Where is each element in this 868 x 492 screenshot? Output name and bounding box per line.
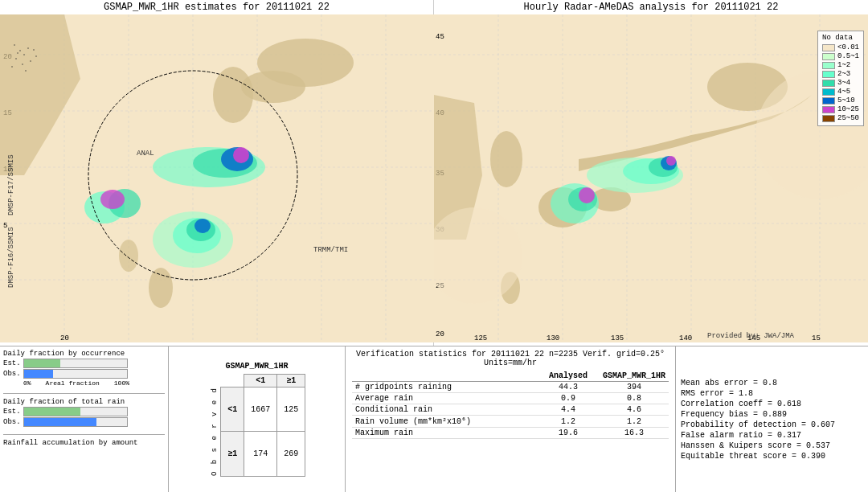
occurrence-bar-section: Daily fraction by occurrence Est. Obs. 0… (3, 350, 165, 387)
svg-point-37 (22, 64, 23, 65)
legend-title: No data (822, 34, 859, 42)
obs-bar-1 (23, 369, 128, 379)
metric-3: Conditional rain (352, 404, 537, 416)
row-header-1: <1 (221, 387, 244, 432)
analysed-1: 44.3 (537, 382, 600, 393)
legend-box: No data <0.01 0.5~1 1~2 2~3 3~4 4~5 5~10… (817, 31, 864, 126)
left-map-panel: GSMAP_MWR_1HR estimates for 20111021 22 (0, 0, 434, 346)
svg-point-28 (233, 147, 249, 163)
svg-point-32 (194, 219, 211, 233)
contingency-table: <1 ≥1 O b s e r v e d <1 1667 125 ≥1 174… (208, 374, 306, 477)
occurrence-title: Daily fraction by occurrence (3, 350, 165, 358)
freq-bias: Frequency bias = 0.889 (681, 410, 863, 419)
verif-table: Analysed GSMAP_MWR_1HR # gridpoints rain… (352, 371, 669, 439)
obs-side-label: O b s e r v e d (208, 387, 221, 476)
header-analysed: Analysed (537, 371, 600, 382)
est-label-2: Est. (3, 408, 23, 416)
cell-11: 1667 (244, 387, 277, 432)
contingency-title: GSMAP_MWR_1HR (225, 362, 288, 371)
row-header-2: ≥1 (221, 432, 244, 477)
left-map-svg: 20 15 10 5 20 (0, 14, 434, 342)
header-metric (352, 371, 537, 382)
verif-row-2: Average rain 0.9 0.8 (352, 393, 669, 404)
obs-label-2: Obs. (3, 418, 23, 426)
svg-text:20: 20 (436, 330, 444, 338)
right-stats-panel: Mean abs error = 0.8 RMS error = 1.8 Cor… (675, 346, 868, 492)
left-map-title: GSMAP_MWR_1HR estimates for 20111021 22 (0, 0, 433, 14)
svg-text:140: 140 (679, 334, 692, 342)
cell-22: 269 (277, 432, 305, 477)
gsmap-5: 16.3 (600, 428, 669, 439)
svg-text:TRMM/TMI: TRMM/TMI (313, 246, 348, 254)
svg-point-43 (25, 70, 27, 72)
svg-text:130: 130 (547, 334, 559, 342)
svg-point-34 (23, 54, 25, 55)
rms-error: RMS error = 1.8 (681, 389, 863, 398)
axis-area-frac: Areal fraction (46, 379, 100, 387)
prob-detection: Probability of detection = 0.607 (681, 420, 863, 429)
svg-text:135: 135 (611, 334, 624, 342)
svg-point-41 (33, 49, 35, 51)
svg-point-21 (119, 240, 138, 272)
svg-point-24 (100, 190, 125, 209)
obs-label-1: Obs. (3, 370, 23, 378)
analysed-5: 19.6 (537, 428, 600, 439)
col-header-2: ≥1 (277, 374, 305, 387)
svg-point-44 (35, 55, 37, 57)
verif-row-3: Conditional rain 4.4 4.6 (352, 404, 669, 416)
gsmap-3: 4.6 (600, 404, 669, 416)
header-gsmap: GSMAP_MWR_1HR (600, 371, 669, 382)
est-label-1: Est. (3, 359, 23, 367)
svg-text:15: 15 (812, 334, 821, 342)
equitable-threat: Equitable threat score = 0.390 (681, 452, 863, 461)
main-container: GSMAP_MWR_1HR estimates for 20111021 22 (0, 0, 868, 492)
right-map-title: Hourly Radar-AMeDAS analysis for 2011102… (434, 0, 868, 14)
svg-point-40 (11, 66, 13, 68)
cell-21: 174 (244, 432, 277, 477)
axis-100pct: 100% (114, 379, 129, 387)
axis-0pct: 0% (23, 379, 31, 387)
svg-point-19 (149, 268, 173, 308)
metric-4: Rain volume (mm*km²x10⁶) (352, 416, 537, 428)
svg-text:Provided by: JWA/JMA: Provided by: JWA/JMA (707, 332, 795, 340)
verif-row-4: Rain volume (mm*km²x10⁶) 1.2 1.2 (352, 416, 669, 428)
svg-text:20: 20 (60, 334, 69, 342)
bottom-row: Daily fraction by occurrence Est. Obs. 0… (0, 346, 868, 492)
hanssen-kuipers: Hanssen & Kuipers score = 0.537 (681, 441, 863, 450)
right-map-svg: 45 40 35 30 25 20 125 130 135 140 145 15 (434, 14, 868, 342)
total-rain-bar-section: Daily fraction of total rain Est. Obs. (3, 398, 165, 428)
verif-row-1: # gridpoints raining 44.3 394 (352, 382, 669, 393)
mean-abs-error: Mean abs error = 0.8 (681, 379, 863, 387)
analysed-3: 4.4 (537, 404, 600, 416)
svg-point-38 (17, 52, 18, 54)
svg-point-33 (19, 50, 21, 51)
col-header-1: <1 (244, 374, 277, 387)
verif-row-5: Maximum rain 19.6 16.3 (352, 428, 669, 439)
right-map-panel: Hourly Radar-AMeDAS analysis for 2011102… (434, 0, 868, 346)
total-rain-title: Daily fraction of total rain (3, 398, 165, 406)
gsmap-2: 0.8 (600, 393, 669, 404)
verif-title: Verification statistics for 20111021 22 … (352, 350, 669, 367)
svg-point-35 (15, 58, 17, 59)
svg-point-76 (490, 131, 522, 187)
metric-2: Average rain (352, 393, 537, 404)
svg-point-88 (666, 156, 676, 166)
accum-title: Rainfall accumulation by amount (3, 439, 165, 447)
svg-point-36 (27, 47, 29, 49)
false-alarm-ratio: False alarm ratio = 0.317 (681, 431, 863, 440)
gsmap-1: 394 (600, 382, 669, 393)
svg-point-20 (213, 67, 253, 123)
svg-text:125: 125 (474, 334, 487, 342)
svg-text:DMSP-F17/SSMIS: DMSP-F17/SSMIS (7, 154, 15, 215)
svg-point-39 (30, 60, 31, 62)
svg-point-42 (14, 44, 15, 46)
verification-section: Verification statistics for 20111021 22 … (346, 346, 675, 492)
svg-point-83 (579, 187, 595, 203)
est-bar-1 (23, 359, 128, 368)
svg-text:DMSP-F16/SSMIS: DMSP-F16/SSMIS (7, 227, 15, 288)
svg-text:45: 45 (436, 33, 444, 41)
est-bar-2 (23, 407, 128, 416)
cell-12: 125 (277, 387, 305, 432)
svg-text:ANAL: ANAL (137, 150, 154, 158)
analysed-2: 0.9 (537, 393, 600, 404)
